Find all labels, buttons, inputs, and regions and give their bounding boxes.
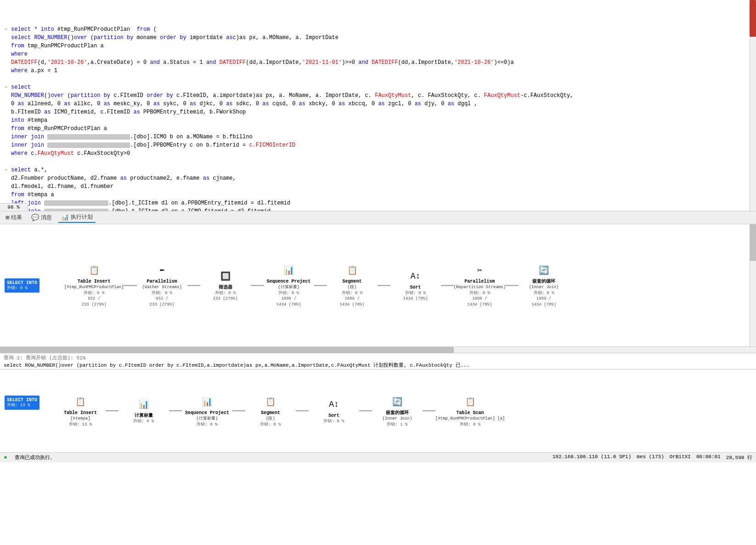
status-bar: ● 查询已成功执行。 192.168.100.110 (11.0 SP1) me… (0, 452, 756, 462)
plan-node-icon: 🔄 (536, 263, 552, 278)
exec-plan-area1: SELECT INTO 升销: 0 % 📋Table Insert[#tmp_R… (0, 224, 756, 353)
horizontal-scrollbar1[interactable] (0, 346, 756, 353)
plan-node[interactable]: A↕Sort升销: 8 % (309, 397, 359, 425)
select-into-badge1: SELECT INTO 升销: 0 % (5, 278, 39, 293)
query-info-line1: 查询 2: 查询开销 (占总批): 51% (4, 354, 752, 361)
scrollbar-thumb[interactable] (750, 0, 756, 37)
sql-line (4, 75, 752, 84)
plan-node-stats3: 1434 (70%) (531, 302, 556, 308)
execplan-icon: 📊 (61, 213, 69, 221)
tab-execplan-label: 执行计划 (71, 213, 93, 221)
hscroll-thumb1[interactable] (0, 347, 454, 353)
tab-messages[interactable]: 💬 消息 (28, 213, 55, 222)
plan-node[interactable]: 🔲筛选器升销: 0 %233 (279%) (200, 269, 251, 302)
plan-connector (423, 410, 435, 411)
exec-plan-scroll1[interactable]: SELECT INTO 升销: 0 % 📋Table Insert[#tmp_R… (0, 224, 756, 346)
plan-node-stats1: 升销: 0 % (260, 422, 281, 428)
messages-icon: 💬 (31, 214, 39, 221)
sql-line: inner join xxxxxxxxxxxxxxxxxxxx.[dbo].PP… (4, 142, 752, 150)
sql-line: 0 as allneed, 0 as allkc, 0 as meskc_ky,… (4, 100, 752, 108)
zoom-level: 98 % (7, 204, 19, 210)
sql-content[interactable]: −select * into #tmp_RunPMCProductPlan fr… (0, 0, 756, 211)
plan-node-title: Segment (343, 278, 362, 284)
sql-editor: −select * into #tmp_RunPMCProductPlan fr… (0, 0, 756, 211)
plan-connector (441, 285, 454, 286)
exec-plan-scrollbar1[interactable] (750, 224, 756, 346)
plan-node-title: Sequence Project (185, 410, 229, 416)
plan-node-subtitle: (Repartition Streams) (454, 284, 506, 290)
plan-node[interactable]: 📋Segment(段)升销: 0 % (245, 394, 296, 427)
plan-node-stats1: 升销: 0 % (342, 290, 362, 296)
plan-node[interactable]: 🔄嵌套的循环(Inner Join)升销: 1 % (372, 394, 423, 427)
plan-node-icon: 🔲 (217, 269, 234, 284)
plan-node[interactable]: 📊Sequence Project(计算标量)升销: 0 %1009 /1434… (264, 263, 314, 307)
tab-bar: ⊞ 结果 💬 消息 📊 执行计划 (0, 211, 756, 224)
badge-title1: SELECT INTO (7, 280, 37, 286)
plan-node-subtitle: (计算标量) (278, 284, 299, 290)
plan-node-subtitle: (Inner Join) (383, 416, 412, 422)
plan-node-stats2: 652 / (156, 296, 168, 302)
exec-plan-area2: SELECT INTO 升销: 13 % 📋Table Insert[#temp… (0, 369, 756, 452)
sql-line: d2.Fnumber productName, d2.fname as prod… (4, 175, 752, 183)
zoom-bar: 98 % (0, 203, 28, 211)
plan-node[interactable]: ✂Parallelism(Repartition Streams)升销: 0 %… (454, 263, 506, 307)
plan-node[interactable]: 📋Table Scan[#tmp_RunPMCProductPlan] [a]升… (435, 394, 505, 427)
tab-execplan[interactable]: 📊 执行计划 (58, 212, 96, 223)
plan-node-stats2: 1009 / (536, 296, 551, 302)
plan-node-stats1: 升销: 0 % (197, 422, 217, 428)
badge-title2: SELECT INTO (7, 397, 37, 403)
plan-node[interactable]: 📋Table Insert[#tmp_RunPMCProductPlan]升销:… (64, 263, 124, 307)
plan-node-icon: 📋 (72, 394, 89, 409)
plan-node-icon: 📋 (262, 394, 279, 409)
plan-nodes1: 📋Table Insert[#tmp_RunPMCProductPlan]升销:… (64, 263, 569, 307)
plan-node-stats2: 1009 / (472, 296, 487, 302)
plan-node[interactable]: 🔄嵌套的循环(Inner Join)升销: 0 %1009 /1434 (70%… (519, 263, 569, 307)
plan-connector (359, 410, 372, 411)
plan-node-stats3: 233 (279%) (150, 302, 175, 308)
sql-line: ROW_NUMBER()over (partition by c.FItemID… (4, 92, 752, 100)
plan-connector (296, 410, 309, 411)
plan-node[interactable]: A↕Sort升销: 0 %1434 (70%) (390, 269, 441, 302)
plan-node-title: Sequence Project (267, 278, 311, 284)
plan-node-subtitle: (Gather Streams) (142, 284, 181, 290)
sql-line: from #tempa a (4, 191, 752, 199)
plan-connector (314, 285, 327, 286)
tab-results[interactable]: ⊞ 结果 (3, 213, 25, 222)
exec-plan-scrollbar-thumb1[interactable] (750, 224, 756, 261)
status-db: mes (173) (637, 454, 664, 461)
badge-stat1: 升销: 0 % (7, 286, 37, 291)
plan-node-stats1: 升销: 13 % (69, 422, 92, 428)
plan-node[interactable]: 📋Segment(段)升销: 0 %1009 /1434 (70%) (327, 263, 378, 307)
plan-node[interactable]: 📊Sequence Project(计算标量)升销: 0 % (182, 394, 232, 427)
plan-connector (378, 285, 390, 286)
plan-node-stats2: 1009 / (281, 296, 296, 302)
sql-line: −select (4, 84, 752, 92)
plan-node[interactable]: ⬅Parallelism(Gather Streams)升销: 0 %652 /… (137, 263, 187, 307)
sql-line: where (4, 51, 752, 59)
vertical-scrollbar[interactable] (750, 0, 756, 211)
sql-line (4, 158, 752, 166)
plan-node-title: Table Insert (78, 278, 111, 284)
plan-node-title: Segment (261, 410, 280, 416)
status-rows: 28,598 行 (726, 454, 752, 461)
plan-node-stats1: 升销: 0 % (84, 290, 104, 296)
plan-node-stats1: 升销: 0 % (469, 290, 490, 296)
plan-connector (251, 285, 264, 286)
plan-node-stats1: 升销: 0 % (215, 290, 236, 296)
plan-node-icon: 📊 (199, 394, 215, 409)
plan-node[interactable]: 📋Table Insert[#tempa]升销: 13 % (55, 394, 106, 427)
sql-line: inner join xxxxxxxxxxxxxxxxxxxx.[dbo].IC… (4, 133, 752, 142)
plan-node[interactable]: 📊计算标量升销: 0 % (118, 397, 169, 425)
status-ok-icon: ● (4, 454, 7, 461)
plan-node-title: Sort (410, 284, 421, 290)
plan-node-stats1: 升销: 8 % (323, 419, 344, 425)
plan-node-stats3: 233 (279%) (82, 302, 107, 308)
plan-node-title: Table Insert (64, 410, 97, 416)
exec-plan-scroll2[interactable]: SELECT INTO 升销: 13 % 📋Table Insert[#temp… (0, 369, 756, 452)
sql-line: dl.fmodel, dl.fname, dl.fnumber (4, 183, 752, 191)
plan-node-title: Table Scan (457, 410, 484, 416)
plan-node-icon: 📋 (462, 394, 479, 409)
plan-connector (506, 285, 519, 286)
plan-node-icon: A↕ (407, 269, 424, 284)
plan-nodes2: 📋Table Insert[#tempa]升销: 13 %📊计算标量升销: 0 … (55, 394, 505, 427)
